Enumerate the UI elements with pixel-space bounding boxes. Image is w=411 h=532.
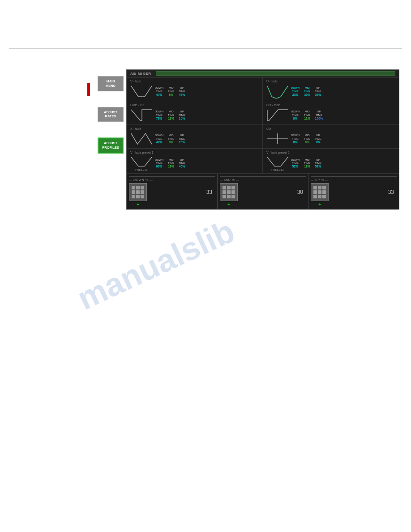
u-fade-mid: MIDTIME 30% [304,86,310,96]
adjust-rates-button[interactable]: ADJUSTRATES [98,107,124,122]
red-marker [87,83,90,96]
mid-pct-inner: 30 [220,183,306,201]
cut-label: Cut [266,127,395,130]
grid-dot [227,186,231,189]
x-fade-label: X - fade [130,127,259,130]
left-button-group: MAINMENU ADJUSTRATES ADJUSTPROFILES [98,76,124,154]
rates-grid: V - fade DOWNTIME 47% MIDTIME 8% UPTIME [127,77,399,174]
cut-fade-section: Cut - fade DOWNTIME 8% MIDTIME 11% UPTIM [263,101,399,125]
x-fade-row: DOWNTIME 47% MIDTIME 8% UPTIME 70% [130,132,259,146]
preset1-section: V - fade preset 1 PRESET1 DOWNTIME 60% M… [127,149,263,174]
mid-pct-control: — MID % — 30 ✦ [218,174,308,209]
cut-values: DOWNTIME 8% MIDTIME 8% UPTIME 8% [291,134,321,143]
grid-dot [322,195,326,198]
preset1-values: DOWNTIME 60% MIDTIME 19% UPTIME 45% [155,159,185,168]
grid-dot [141,190,144,194]
watermark: manualslib [72,212,240,317]
v-fade-down: DOWNTIME 47% [155,86,163,96]
down-pct-indicator: ✦ [136,202,215,207]
up-pct-indicator: ✦ [318,202,397,207]
v-fade-section: V - fade DOWNTIME 47% MIDTIME 8% UPTIME [127,77,263,101]
grid-dot [223,186,226,189]
title-bar-graphic [156,71,395,76]
preset1-up: UPTIME 45% [179,159,185,168]
bottom-controls: — DOWN % — 33 ✦ — MID % — [127,174,399,209]
grid-dot [141,195,144,198]
grid-dot [231,186,235,189]
v-fade-mid: MIDTIME 8% [168,86,174,96]
u-fade-down: DOWNTIME 33% [291,86,300,96]
preset2-values: DOWNTIME 52% MIDTIME 18% UPTIME 58% [291,159,321,168]
cut-fade-row: DOWNTIME 8% MIDTIME 11% UPTIME 100% [266,108,395,122]
down-pct-grid-button[interactable] [129,183,147,201]
fade-cut-label: Fade - cut [130,103,259,107]
preset1-waveform [130,155,153,168]
cut-fade-up: UPTIME 100% [315,110,323,120]
x-fade-up: UPTIME 70% [179,134,185,143]
grid-dot [313,190,317,194]
grid-dot [223,190,226,194]
u-fade-row: DOWNTIME 33% MIDTIME 30% UPTIME 38% [266,84,395,99]
v-fade-row: DOWNTIME 47% MIDTIME 8% UPTIME 47% [130,84,259,99]
grid-dot [223,195,226,198]
preset2-row: PRESET2 DOWNTIME 52% MIDTIME 18% UPTIME … [266,155,395,171]
up-pct-grid-button[interactable] [311,183,329,201]
grid-dot [132,195,135,198]
cut-fade-label: Cut - fade [266,103,395,107]
page-divider [9,48,402,49]
u-fade-waveform [266,84,289,99]
preset1-mid: MIDTIME 19% [168,159,174,168]
x-fade-values: DOWNTIME 47% MIDTIME 8% UPTIME 70% [155,134,185,143]
mid-pct-label: — MID % — [220,176,306,181]
down-pct-inner: 33 [129,183,215,201]
cut-section: Cut DOWNTIME 8% MIDTIME 8% [263,125,399,149]
grid-dot [318,190,321,194]
ab-mixer-panel: AB MIXER V - fade DOWNTIME 47% MIDTIME 8… [126,69,399,210]
panel-title: AB MIXER [130,72,151,76]
grid-dot [132,190,135,194]
up-pct-inner: 33 [311,183,397,201]
preset1-row: PRESET1 DOWNTIME 60% MIDTIME 19% UPTIME … [130,155,259,171]
grid-dot [322,186,326,189]
preset2-mid: MIDTIME 18% [304,159,310,168]
grid-dot [313,195,317,198]
x-fade-section: X - fade DOWNTIME 47% MIDTIME 8% UPTIME [127,125,263,149]
cut-fade-values: DOWNTIME 8% MIDTIME 11% UPTIME 100% [291,110,323,120]
v-fade-values: DOWNTIME 47% MIDTIME 8% UPTIME 47% [155,86,185,96]
v-fade-waveform [130,84,153,99]
grid-dot [136,190,140,194]
cut-row: DOWNTIME 8% MIDTIME 8% UPTIME 8% [266,132,395,146]
up-pct-label: — UP % — [311,176,397,181]
grid-dot [318,195,321,198]
preset2-label: V - fade preset 2 [266,151,395,154]
v-fade-label: V - fade [130,80,259,83]
down-pct-label: — DOWN % — [129,176,215,181]
down-pct-value: 33 [206,189,215,195]
preset1-sublabel: PRESET1 [135,168,147,171]
grid-dot [322,190,326,194]
grid-dot [313,186,317,189]
fade-cut-mid: MIDTIME 13% [168,110,174,120]
cut-up: UPTIME 8% [315,134,321,143]
grid-dot [231,195,235,198]
u-fade-up: UPTIME 38% [315,86,321,96]
u-fade-section: U - fade DOWNTIME 33% MIDTIME 30% UPTIME [263,77,399,101]
cut-fade-waveform [266,108,289,122]
preset2-sublabel: PRESET2 [271,168,283,171]
grid-dot [227,195,231,198]
grid-dot [136,186,140,189]
preset2-up: UPTIME 58% [315,159,321,168]
adjust-profiles-button[interactable]: ADJUSTPROFILES [98,137,124,154]
preset1-label: V - fade preset 1 [130,151,259,154]
cut-fade-mid: MIDTIME 11% [304,110,310,120]
grid-dot [318,186,321,189]
mid-pct-grid-button[interactable] [220,183,238,201]
v-fade-up: UPTIME 47% [179,86,185,96]
up-pct-control: — UP % — 33 ✦ [308,174,399,209]
fade-cut-waveform [130,108,153,122]
preset2-waveform [266,155,289,168]
mid-pct-value: 30 [297,189,306,195]
main-menu-button[interactable]: MAINMENU [98,76,124,91]
cut-waveform [266,132,289,146]
x-fade-down: DOWNTIME 47% [155,134,163,143]
